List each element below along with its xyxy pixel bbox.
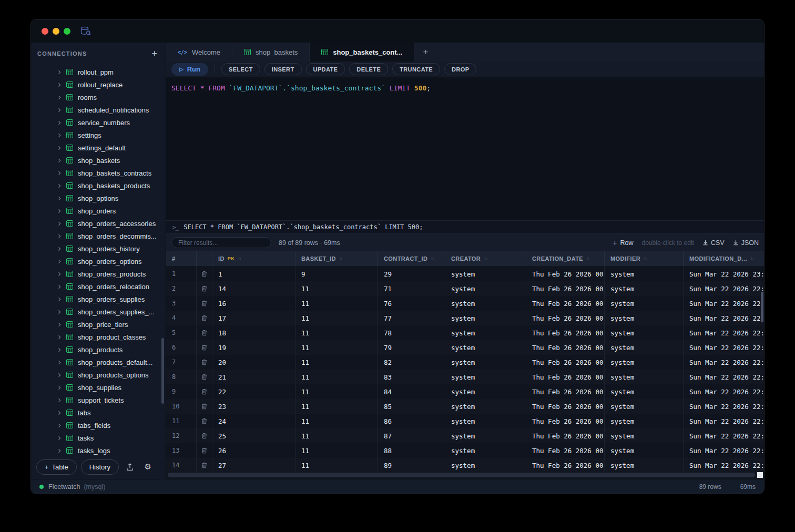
export-share-button[interactable] (123, 460, 137, 474)
sort-icon[interactable]: ↑↓ (431, 256, 434, 261)
query-action-button[interactable]: INSERT (264, 63, 302, 75)
table-row[interactable]: 14 27 11 89 system Thu Feb 26 2026 00:2 … (166, 458, 764, 472)
cell-contract-id[interactable]: 83 (378, 370, 445, 384)
new-tab-button[interactable]: + (414, 43, 436, 62)
cell-creator[interactable]: system (445, 399, 526, 414)
delete-row-button[interactable] (197, 458, 212, 472)
cell-basket-id[interactable]: 11 (295, 414, 378, 428)
sidebar-table-item[interactable]: service_numbers (31, 116, 166, 129)
history-button[interactable]: History (81, 459, 119, 475)
sidebar-table-item[interactable]: rollout_replace (31, 78, 166, 91)
cell-modifier[interactable]: system (605, 384, 684, 399)
cell-id[interactable]: 26 (212, 443, 295, 458)
delete-row-button[interactable] (197, 267, 212, 281)
cell-creator[interactable]: system (445, 267, 526, 281)
cell-creator[interactable]: system (445, 370, 526, 384)
cell-id[interactable]: 1 (212, 267, 295, 281)
delete-row-button[interactable] (197, 311, 212, 325)
sort-icon[interactable]: ↑↓ (484, 256, 487, 261)
chevron-right-icon[interactable] (57, 448, 62, 453)
cell-contract-id[interactable]: 77 (378, 311, 445, 325)
cell-creation-date[interactable]: Thu Feb 26 2026 00:2 (526, 267, 605, 281)
sort-icon[interactable]: ↑↓ (644, 256, 647, 261)
delete-row-button[interactable] (197, 370, 212, 384)
sidebar-table-item[interactable]: tasks (31, 432, 166, 444)
column-header[interactable] (197, 251, 212, 266)
cell-modification-date[interactable]: Sun Mar 22 2026 23:1 (684, 267, 764, 281)
new-table-button[interactable]: + Table (36, 459, 77, 475)
chevron-right-icon[interactable] (57, 360, 62, 365)
sidebar-table-item[interactable]: shop_orders_products (31, 268, 166, 280)
cell-modification-date[interactable]: Sun Mar 22 2026 22:5 (684, 428, 764, 443)
cell-creation-date[interactable]: Thu Feb 26 2026 00:2 (526, 340, 605, 355)
chevron-right-icon[interactable] (57, 322, 62, 327)
query-action-button[interactable]: DROP (444, 63, 476, 75)
cell-modification-date[interactable]: Sun Mar 22 2026 22:5 (684, 355, 764, 370)
table-row[interactable]: 6 19 11 79 system Thu Feb 26 2026 00:2 s… (166, 340, 764, 355)
sidebar-table-item[interactable]: shop_orders_options (31, 255, 166, 268)
cell-modification-date[interactable]: Sun Mar 22 2026 22:5 (684, 296, 764, 311)
sidebar-scrollbar[interactable] (161, 338, 164, 404)
cell-id[interactable]: 17 (212, 311, 295, 325)
export-json-button[interactable]: JSON (733, 239, 759, 247)
cell-contract-id[interactable]: 78 (378, 325, 445, 340)
sidebar-table-item[interactable]: rollout_ppm (31, 66, 166, 78)
cell-basket-id[interactable]: 11 (295, 428, 378, 443)
chevron-right-icon[interactable] (57, 171, 62, 176)
cell-id[interactable]: 18 (212, 325, 295, 340)
cell-modifier[interactable]: system (605, 458, 684, 472)
cell-modifier[interactable]: system (605, 370, 684, 384)
chevron-right-icon[interactable] (57, 423, 62, 428)
column-header[interactable]: CREATOR ↑↓ (445, 251, 526, 266)
cell-creation-date[interactable]: Thu Feb 26 2026 00:2 (526, 384, 605, 399)
sidebar-table-item[interactable]: shop_products_options (31, 369, 166, 381)
sidebar-table-item[interactable]: shop_orders_supplies_... (31, 305, 166, 318)
cell-basket-id[interactable]: 11 (295, 296, 378, 311)
cell-creator[interactable]: system (445, 428, 526, 443)
add-connection-button[interactable]: + (151, 49, 157, 58)
cell-modification-date[interactable]: Sun Mar 22 2026 22:5 (684, 281, 764, 296)
column-header[interactable]: CONTRACT_ID ↑↓ (378, 251, 445, 266)
sidebar-table-item[interactable]: settings (31, 129, 166, 141)
sort-icon[interactable]: ↑↓ (339, 256, 342, 261)
cell-modification-date[interactable]: Sun Mar 22 2026 22:5 (684, 399, 764, 414)
table-row[interactable]: 2 14 11 71 system Thu Feb 26 2026 00:2 s… (166, 281, 764, 296)
sidebar-table-item[interactable]: shop_product_classes (31, 331, 166, 343)
table-row[interactable]: 3 16 11 76 system Thu Feb 26 2026 00:2 s… (166, 296, 764, 311)
table-row[interactable]: 1 1 9 29 system Thu Feb 26 2026 00:2 sys… (166, 267, 764, 281)
query-action-button[interactable]: UPDATE (306, 63, 345, 75)
cell-modifier[interactable]: system (605, 399, 684, 414)
column-header[interactable]: CREATION_DATE ↑↓ (526, 251, 605, 266)
cell-id[interactable]: 27 (212, 458, 295, 472)
cell-basket-id[interactable]: 11 (295, 281, 378, 296)
table-row[interactable]: 4 17 11 77 system Thu Feb 26 2026 00:2 s… (166, 311, 764, 325)
cell-id[interactable]: 23 (212, 399, 295, 414)
sidebar-table-item[interactable]: shop_products (31, 343, 166, 356)
sidebar-table-item[interactable]: shop_orders_relocation (31, 280, 166, 293)
query-action-button[interactable]: DELETE (349, 63, 388, 75)
chevron-right-icon[interactable] (57, 347, 62, 352)
cell-modification-date[interactable]: Sun Mar 22 2026 22:5 (684, 340, 764, 355)
table-row[interactable]: 10 23 11 85 system Thu Feb 26 2026 00:2 … (166, 399, 764, 414)
cell-basket-id[interactable]: 11 (295, 384, 378, 399)
filter-input[interactable] (171, 237, 271, 248)
cell-id[interactable]: 14 (212, 281, 295, 296)
cell-id[interactable]: 19 (212, 340, 295, 355)
cell-contract-id[interactable]: 87 (378, 428, 445, 443)
delete-row-button[interactable] (197, 296, 212, 311)
chevron-right-icon[interactable] (57, 83, 62, 87)
sidebar-table-item[interactable]: shop_orders_accessories (31, 217, 166, 230)
sidebar-table-item[interactable]: support_tickets (31, 394, 166, 406)
cell-contract-id[interactable]: 85 (378, 399, 445, 414)
delete-row-button[interactable] (197, 340, 212, 355)
cell-contract-id[interactable]: 71 (378, 281, 445, 296)
cell-creation-date[interactable]: Thu Feb 26 2026 00:2 (526, 311, 605, 325)
cell-modifier[interactable]: system (605, 355, 684, 370)
cell-creator[interactable]: system (445, 458, 526, 472)
cell-creation-date[interactable]: Thu Feb 26 2026 00:2 (526, 428, 605, 443)
chevron-right-icon[interactable] (57, 310, 62, 314)
chevron-right-icon[interactable] (57, 95, 62, 100)
cell-creator[interactable]: system (445, 384, 526, 399)
sort-icon[interactable]: ↑↓ (238, 256, 241, 261)
chevron-right-icon[interactable] (57, 284, 62, 289)
